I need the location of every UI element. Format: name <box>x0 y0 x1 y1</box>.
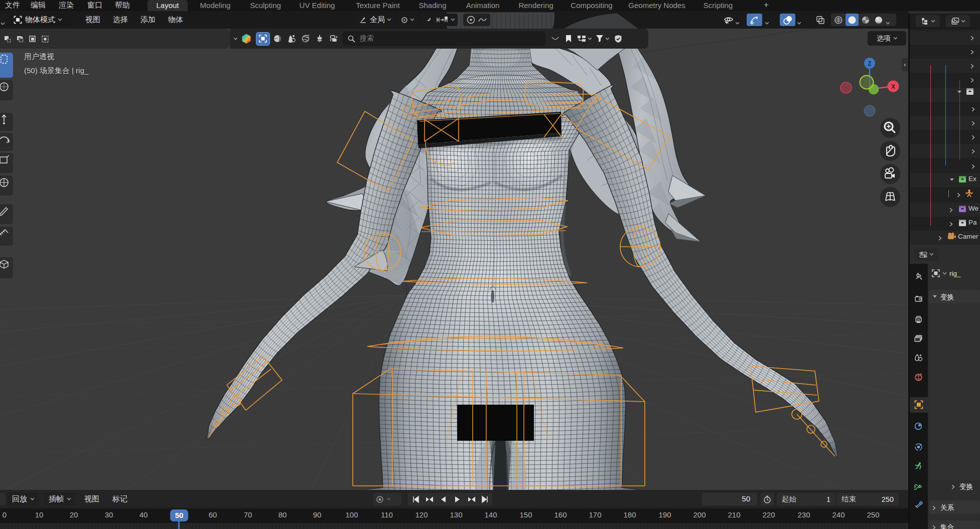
svg-text:Z: Z <box>868 60 871 67</box>
svg-text:X: X <box>891 83 895 90</box>
